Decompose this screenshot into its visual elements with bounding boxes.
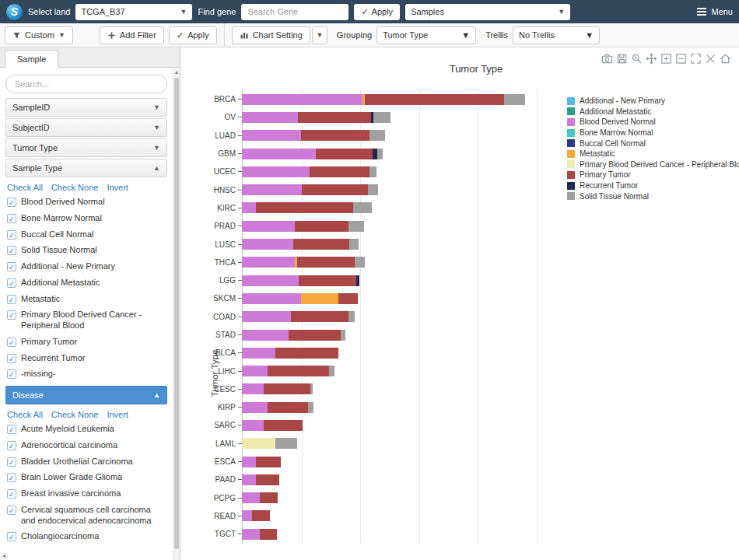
bar-segment-primary-tumor[interactable] xyxy=(365,94,505,105)
bar-segment-primary-tumor[interactable] xyxy=(310,166,370,177)
bar-segment-solid-tissue-normal[interactable] xyxy=(308,402,313,413)
bar-kirp[interactable] xyxy=(242,402,536,413)
checkbox-checked[interactable]: ✓ xyxy=(7,310,16,320)
checkbox-item[interactable]: ✓Additional Metastatic xyxy=(5,275,167,292)
sidebar-scrollbar[interactable]: ▲ xyxy=(173,68,180,560)
bar-segment-primary-tumor[interactable] xyxy=(299,275,356,286)
legend-item[interactable]: Blood Derived Normal xyxy=(567,117,739,128)
checkbox-checked[interactable]: ✓ xyxy=(7,532,16,541)
checkbox-checked[interactable]: ✓ xyxy=(7,369,16,379)
bar-laml[interactable] xyxy=(242,438,536,449)
bar-segment-blood-derived-normal[interactable] xyxy=(242,202,256,213)
link-invert[interactable]: Invert xyxy=(107,183,128,192)
bar-thca[interactable] xyxy=(242,257,536,268)
filter-section-tumor-type[interactable]: Tumor Type▼ xyxy=(5,138,167,157)
bar-pcpg[interactable] xyxy=(242,492,536,503)
bar-segment-primary-tumor[interactable] xyxy=(316,149,373,159)
bar-segment-blood-derived-normal[interactable] xyxy=(242,239,293,250)
bar-segment-blood-derived-normal[interactable] xyxy=(242,94,362,105)
bar-segment-solid-tissue-normal[interactable] xyxy=(504,94,524,105)
link-invert[interactable]: Invert xyxy=(107,410,128,419)
checkbox-checked[interactable]: ✓ xyxy=(7,246,16,255)
bar-segment-primary-tumor[interactable] xyxy=(295,221,349,232)
filter-section-sample-type[interactable]: Sample Type▲ xyxy=(5,159,167,177)
legend-item[interactable]: Solid Tissue Normal xyxy=(567,191,739,201)
bar-stad[interactable] xyxy=(242,330,536,341)
bar-segment-primary-tumor[interactable] xyxy=(264,420,303,431)
bar-segment-blood-derived-normal[interactable] xyxy=(242,330,289,341)
bar-segment-blood-derived-normal[interactable] xyxy=(242,383,264,394)
land-select[interactable]: TCGA_B37 ▼ xyxy=(75,4,192,20)
checkbox-checked[interactable]: ✓ xyxy=(7,198,16,207)
checkbox-checked[interactable]: ✓ xyxy=(7,214,16,223)
bar-hnsc[interactable] xyxy=(242,184,536,195)
trellis-select[interactable]: No Trellis ▼ xyxy=(513,26,600,44)
checkbox-checked[interactable]: ✓ xyxy=(7,338,16,347)
checkbox-checked[interactable]: ✓ xyxy=(7,278,16,288)
checkbox-item[interactable]: ✓Adrenocortical carcinoma xyxy=(5,438,167,454)
checkbox-item[interactable]: ✓Primary Tumor xyxy=(5,334,167,351)
bar-ucec[interactable] xyxy=(242,166,536,177)
checkbox-item[interactable]: ✓Recurrent Tumor xyxy=(5,351,167,367)
bar-segment-primary-tumor[interactable] xyxy=(260,529,278,540)
bar-segment-solid-tissue-normal[interactable] xyxy=(370,130,385,141)
checkbox-item[interactable]: ✓Blood Derived Normal xyxy=(5,194,167,211)
checkbox-checked[interactable]: ✓ xyxy=(7,295,16,304)
bar-segment-recurrent-tumor[interactable] xyxy=(356,275,359,286)
bar-segment-primary-tumor[interactable] xyxy=(268,402,309,413)
legend-item[interactable]: Additional - New Primary xyxy=(567,96,739,107)
checkbox-item[interactable]: ✓Acute Myeloid Leukemia xyxy=(5,422,167,438)
legend-item[interactable]: Metastatic xyxy=(567,149,739,159)
bar-segment-primary-tumor[interactable] xyxy=(289,330,341,341)
bar-segment-primary-tumor[interactable] xyxy=(297,257,355,268)
bar-segment-solid-tissue-normal[interactable] xyxy=(275,438,297,449)
checkbox-item[interactable]: ✓Primary Blood Derived Cancer - Peripher… xyxy=(5,307,167,334)
checkbox-item[interactable]: ✓Cholangiocarcinoma xyxy=(5,529,167,545)
bar-sarc[interactable] xyxy=(242,420,536,431)
bar-segment-primary-tumor[interactable] xyxy=(256,457,281,467)
bar-segment-blood-derived-normal[interactable] xyxy=(242,130,301,141)
bar-segment-metastatic[interactable] xyxy=(301,293,339,304)
bar-lusc[interactable] xyxy=(242,239,536,250)
legend-item[interactable]: Primary Blood Derived Cancer - Periphera… xyxy=(567,159,739,170)
bar-segment-blood-derived-normal[interactable] xyxy=(242,257,295,268)
bar-segment-solid-tissue-normal[interactable] xyxy=(355,257,365,268)
bar-segment-blood-derived-normal[interactable] xyxy=(242,149,316,159)
bar-segment-blood-derived-normal[interactable] xyxy=(242,166,310,177)
bar-blca[interactable] xyxy=(242,348,536,359)
checkbox-item[interactable]: ✓Additional - New Primary xyxy=(5,259,167,275)
bar-segment-primary-tumor[interactable] xyxy=(252,510,270,521)
bar-segment-blood-derived-normal[interactable] xyxy=(242,221,295,232)
bar-segment-blood-derived-normal[interactable] xyxy=(242,311,291,322)
bar-segment-blood-derived-normal[interactable] xyxy=(242,293,301,304)
bar-lihc[interactable] xyxy=(242,366,536,376)
checkbox-item[interactable]: ✓Cervical squamous cell carcinoma and en… xyxy=(5,502,167,530)
bar-segment-blood-derived-normal[interactable] xyxy=(242,112,298,123)
bar-segment-solid-tissue-normal[interactable] xyxy=(353,202,373,213)
bar-segment-primary-tumor[interactable] xyxy=(256,474,279,485)
bar-segment-blood-derived-normal[interactable] xyxy=(242,420,264,431)
filter-section-subjectid[interactable]: SubjectID▼ xyxy=(5,118,167,137)
bar-segment-primary-tumor[interactable] xyxy=(338,293,358,304)
checkbox-checked[interactable]: ✓ xyxy=(7,262,16,271)
bar-prad[interactable] xyxy=(242,221,536,232)
bar-segment-solid-tissue-normal[interactable] xyxy=(341,330,345,341)
link-check-none[interactable]: Check None xyxy=(51,410,99,419)
checkbox-checked[interactable]: ✓ xyxy=(7,489,16,499)
bar-segment-primary-blood-derived-cancer-peripheral-blood[interactable] xyxy=(242,438,275,449)
bar-coad[interactable] xyxy=(242,311,536,322)
bar-segment-solid-tissue-normal[interactable] xyxy=(310,383,313,394)
bar-segment-primary-tumor[interactable] xyxy=(302,184,368,195)
bar-segment-primary-tumor[interactable] xyxy=(298,112,372,123)
bar-gbm[interactable] xyxy=(242,149,536,159)
checkbox-item[interactable]: ✓Bladder Urothelial Carcinoma xyxy=(5,454,167,471)
checkbox-checked[interactable]: ✓ xyxy=(7,425,16,434)
checkbox-checked[interactable]: ✓ xyxy=(7,473,16,482)
bar-segment-blood-derived-normal[interactable] xyxy=(242,184,302,195)
bar-segment-blood-derived-normal[interactable] xyxy=(242,510,252,521)
checkbox-checked[interactable]: ✓ xyxy=(7,506,16,515)
bar-segment-blood-derived-normal[interactable] xyxy=(242,402,268,413)
checkbox-checked[interactable]: ✓ xyxy=(7,457,16,467)
checkbox-item[interactable]: ✓Buccal Cell Normal xyxy=(5,227,167,243)
bar-skcm[interactable] xyxy=(242,293,536,304)
